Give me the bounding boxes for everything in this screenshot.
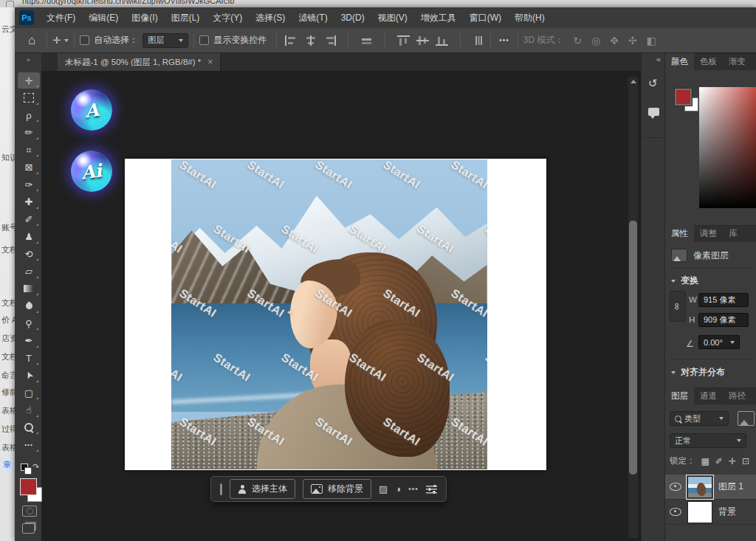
default-colors-icon[interactable] [21,464,31,474]
width-field[interactable]: 915 像素 [698,293,749,307]
lock-position-icon[interactable]: ✛ [729,456,736,466]
photo-layer[interactable]: StartAIStartAIStartAIStartAIStartAIStart… [171,159,487,469]
layers-tab[interactable]: 图层 [665,387,694,404]
align-center-horizontal-icon[interactable] [304,35,317,46]
frame-tool[interactable]: ⊠ [18,159,40,176]
auto-select-checkbox[interactable] [80,35,89,45]
lock-transparent-icon[interactable]: ▦ [701,456,709,466]
brush-tool[interactable]: ✐ [18,211,40,227]
home-icon[interactable]: ⌂ [28,33,35,48]
quick-select-tool[interactable]: ✏ [18,125,40,141]
panel-foreground-swatch[interactable] [675,89,692,106]
scroll-up-icon[interactable] [630,80,636,83]
more-tools[interactable]: ••• [18,437,40,453]
align-right-icon[interactable] [323,35,336,46]
3d-camera-icon[interactable]: ◧ [647,35,656,46]
menu-item-9[interactable]: 视图(V) [371,7,414,28]
color-tab[interactable]: 色板 [694,53,723,70]
browser-sidebar-item[interactable]: 价 A [1,314,16,325]
menu-item-6[interactable]: 选择(S) [249,7,292,28]
startai-logo-2[interactable]: Ai [71,151,112,192]
browser-sidebar-item[interactable]: 账号 [1,222,16,233]
type-tool[interactable]: T [18,350,40,366]
browser-sidebar-item[interactable]: 店资 [1,333,16,344]
height-field[interactable]: 909 像素 [698,313,749,327]
browser-sidebar-item[interactable]: 文档 [1,244,16,255]
move-tool[interactable]: ✛ [18,72,40,89]
layer-row[interactable]: 图层 1 [665,475,756,500]
menu-item-7[interactable]: 滤镜(T) [292,7,334,28]
3d-slide-icon[interactable]: ✣ [628,35,637,46]
layer-visibility-eye-icon[interactable] [670,483,681,491]
menu-item-5[interactable]: 文字(Y) [206,7,249,28]
collapse-panels-icon[interactable]: « [656,55,661,63]
pen-tool[interactable]: ✒ [18,333,40,349]
document-tab[interactable]: 未标题-1 @ 50% (图层 1, RGB/8#) * × [58,53,221,71]
swap-colors-icon[interactable]: ↷ [32,462,39,472]
menu-item-3[interactable]: 图像(I) [125,7,164,28]
distribute-horizontal-icon[interactable] [360,35,373,46]
foreground-color-swatch[interactable] [20,478,37,495]
distribute-vertical-icon[interactable] [472,35,485,46]
color-tab[interactable]: 颜色 [665,53,694,70]
color-tab[interactable]: 渐变 [723,53,752,70]
document-canvas[interactable]: StartAIStartAIStartAIStartAIStartAIStart… [125,159,546,470]
remove-background-button[interactable]: 移除背景 [303,479,371,499]
browser-sidebar-item[interactable]: 修前 [1,387,16,398]
browser-sidebar-item[interactable]: 云文 [1,24,16,35]
menu-item-4[interactable]: 图层(L) [165,7,207,28]
lock-artboard-icon[interactable]: ⊡ [742,456,749,466]
color-picker-field[interactable] [699,87,756,208]
layer-name[interactable]: 图层 1 [718,480,743,493]
rotation-field[interactable]: 0.00° [698,335,740,349]
browser-sidebar-item[interactable]: 文档 [1,351,16,362]
align-bottom-icon[interactable] [436,35,448,46]
browser-sidebar-item[interactable]: 表格 [1,405,16,416]
rectangle-tool[interactable]: ▢ [18,385,40,401]
properties-tab[interactable]: 库 [723,225,743,242]
lasso-tool[interactable]: ρ [18,107,40,123]
browser-sidebar-item[interactable]: 命言 [1,370,16,381]
properties-tab[interactable]: 调整 [694,225,723,242]
taskbar-grip-handle[interactable] [220,483,222,495]
properties-tab[interactable]: 属性 [665,225,694,242]
comment-panel-icon[interactable] [648,108,659,116]
spot-healing-tool[interactable]: ✚ [18,194,40,210]
dodge-tool[interactable]: ⚲ [18,315,40,331]
blur-tool[interactable] [18,298,40,314]
taskbar-properties-icon[interactable] [426,485,437,494]
show-transform-checkbox[interactable] [199,35,209,45]
clone-stamp-tool[interactable]: ♟ [18,229,40,245]
more-options-button[interactable]: ••• [499,36,509,44]
layer-name[interactable]: 背景 [718,506,736,518]
align-left-icon[interactable] [285,35,298,46]
menu-item-1[interactable]: 文件(F) [40,7,82,28]
align-top-icon[interactable] [397,35,410,46]
menu-item-11[interactable]: 窗口(W) [463,7,508,28]
layer-row[interactable]: 背景 [665,500,756,525]
tool-preset-move[interactable]: ✛ [52,35,69,46]
lock-pixels-icon[interactable]: ✐ [715,456,723,466]
menu-item-12[interactable]: 帮助(H) [508,7,551,28]
screen-mode-button[interactable] [22,523,35,534]
vertical-scrollbar[interactable] [628,77,638,538]
layer-thumbnail[interactable] [687,501,712,523]
transform-section-header[interactable]: 变换 [671,275,698,287]
layers-tab[interactable]: 路径 [723,387,752,404]
layer-visibility-eye-icon[interactable] [670,508,681,516]
canvas-area[interactable]: A Ai StartAIStartAIStart [41,71,641,541]
layer-filter-dropdown[interactable]: 类型 [670,411,729,426]
menu-item-8[interactable]: 3D(D) [334,7,371,28]
quick-mask-button[interactable] [22,506,37,517]
auto-select-dropdown[interactable]: 图层 [142,33,188,48]
startai-logo-1[interactable]: A [71,89,112,131]
layers-tab[interactable]: 通道 [694,387,723,404]
browser-sidebar-item[interactable]: 过得 [1,424,16,435]
browser-sidebar-item[interactable]: 章 [1,458,13,471]
browser-sidebar-item[interactable]: 文档 [1,297,16,309]
zoom-tool[interactable] [18,419,40,435]
align-section-header[interactable]: 对齐并分布 [671,366,725,379]
path-select-tool[interactable]: ➤ [18,368,40,384]
layer-thumbnail[interactable] [687,476,712,498]
collapse-toolbar-icon[interactable]: » [16,56,41,63]
